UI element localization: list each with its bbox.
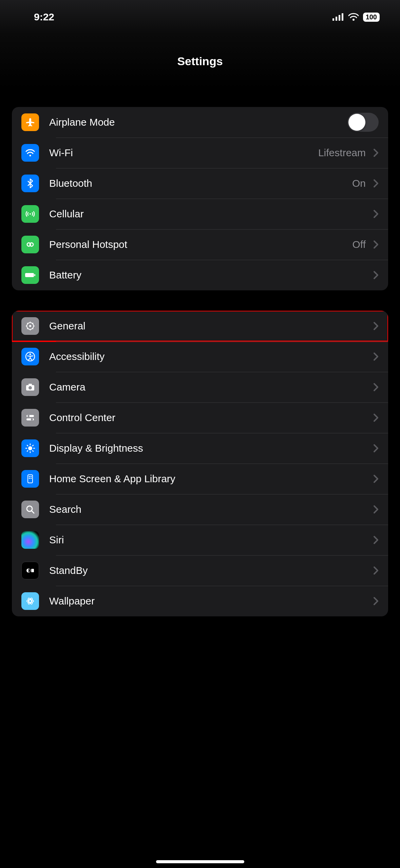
row-airplane[interactable]: Airplane Mode — [12, 107, 388, 138]
battery-row-icon — [21, 266, 39, 284]
row-value: Lifestream — [318, 147, 366, 159]
chevron-right-icon — [373, 536, 379, 544]
status-bar: 9:22 100 — [0, 0, 400, 34]
airplane-icon — [21, 113, 39, 131]
svg-rect-47 — [31, 569, 34, 572]
cellular-signal-icon — [332, 13, 344, 21]
svg-rect-43 — [31, 478, 32, 479]
svg-point-6 — [30, 213, 31, 215]
svg-rect-0 — [332, 18, 334, 21]
gear-icon — [21, 317, 39, 335]
row-bluetooth[interactable]: Bluetooth On — [12, 168, 388, 199]
row-display-brightness[interactable]: Display & Brightness — [12, 433, 388, 464]
brightness-icon — [21, 439, 39, 457]
chevron-right-icon — [373, 240, 379, 249]
header: Settings — [0, 34, 400, 88]
home-indicator[interactable] — [156, 860, 244, 863]
row-wifi[interactable]: Wi-Fi Lifestream — [12, 138, 388, 168]
row-label: Search — [49, 504, 370, 515]
row-label: Control Center — [49, 412, 370, 423]
row-control-center[interactable]: Control Center — [12, 402, 388, 433]
row-cellular[interactable]: Cellular — [12, 199, 388, 229]
wifi-row-icon — [21, 144, 39, 162]
svg-point-49 — [27, 600, 34, 602]
camera-icon — [21, 378, 39, 396]
chevron-right-icon — [373, 597, 379, 605]
svg-point-27 — [27, 415, 30, 417]
row-value: Off — [353, 239, 366, 250]
chevron-right-icon — [373, 179, 379, 188]
row-camera[interactable]: Camera — [12, 372, 388, 402]
chevron-right-icon — [373, 210, 379, 218]
chevron-right-icon — [373, 271, 379, 279]
svg-rect-42 — [29, 478, 30, 479]
svg-rect-10 — [34, 274, 35, 276]
page-title: Settings — [177, 55, 223, 68]
chevron-right-icon — [373, 566, 379, 575]
wallpaper-icon — [21, 592, 39, 610]
svg-rect-1 — [336, 17, 337, 21]
row-label: Personal Hotspot — [49, 239, 353, 250]
settings-group-connectivity: Airplane Mode Wi-Fi Lifestream Bluetooth… — [12, 107, 388, 290]
battery-icon: 100 — [363, 13, 380, 22]
row-label: Wallpaper — [49, 595, 370, 607]
svg-rect-9 — [25, 273, 34, 277]
svg-line-36 — [33, 451, 33, 451]
svg-rect-40 — [29, 476, 30, 477]
svg-point-5 — [30, 155, 31, 157]
svg-rect-41 — [31, 476, 32, 477]
row-label: Cellular — [49, 208, 370, 220]
row-search[interactable]: Search — [12, 494, 388, 525]
row-label: Siri — [49, 534, 370, 546]
settings-list: Airplane Mode Wi-Fi Lifestream Bluetooth… — [0, 88, 400, 616]
svg-rect-39 — [28, 475, 33, 483]
svg-line-38 — [27, 451, 28, 451]
hotspot-icon — [21, 236, 39, 253]
row-siri[interactable]: Siri — [12, 525, 388, 555]
chevron-right-icon — [373, 352, 379, 361]
siri-icon — [21, 531, 39, 549]
svg-point-25 — [28, 386, 32, 390]
search-icon — [21, 501, 39, 518]
chevron-right-icon — [373, 413, 379, 422]
home-grid-icon — [21, 470, 39, 488]
row-value: On — [352, 178, 366, 189]
row-label: Battery — [49, 269, 370, 281]
row-accessibility[interactable]: Accessibility — [12, 341, 388, 372]
svg-line-45 — [32, 511, 34, 513]
row-label: Wi-Fi — [49, 147, 318, 159]
settings-group-device: General Accessibility Camera — [12, 311, 388, 616]
row-hotspot[interactable]: Personal Hotspot Off — [12, 229, 388, 260]
chevron-right-icon — [373, 474, 379, 483]
chevron-right-icon — [373, 322, 379, 330]
row-home-screen[interactable]: Home Screen & App Library — [12, 464, 388, 494]
svg-point-30 — [28, 446, 32, 450]
svg-point-29 — [31, 418, 33, 420]
svg-line-35 — [27, 445, 28, 446]
chevron-right-icon — [373, 444, 379, 453]
chevron-right-icon — [373, 383, 379, 392]
bluetooth-icon — [21, 175, 39, 192]
control-center-icon — [21, 409, 39, 427]
row-label: General — [49, 320, 370, 332]
row-label: Airplane Mode — [49, 116, 347, 128]
row-general[interactable]: General — [12, 311, 388, 341]
airplane-toggle[interactable] — [347, 113, 379, 132]
svg-rect-3 — [342, 13, 343, 21]
row-wallpaper[interactable]: Wallpaper — [12, 586, 388, 616]
accessibility-icon — [21, 348, 39, 365]
row-battery[interactable]: Battery — [12, 260, 388, 290]
wifi-icon — [348, 13, 359, 21]
row-label: Display & Brightness — [49, 442, 370, 454]
svg-point-12 — [29, 325, 31, 327]
row-label: StandBy — [49, 565, 370, 576]
row-label: Camera — [49, 381, 370, 393]
row-label: Bluetooth — [49, 178, 352, 189]
row-standby[interactable]: StandBy — [12, 555, 388, 586]
svg-point-22 — [30, 354, 31, 355]
svg-line-37 — [33, 445, 33, 446]
chevron-right-icon — [373, 148, 379, 157]
svg-point-4 — [353, 19, 355, 21]
chevron-right-icon — [373, 505, 379, 514]
cellular-row-icon — [21, 205, 39, 223]
